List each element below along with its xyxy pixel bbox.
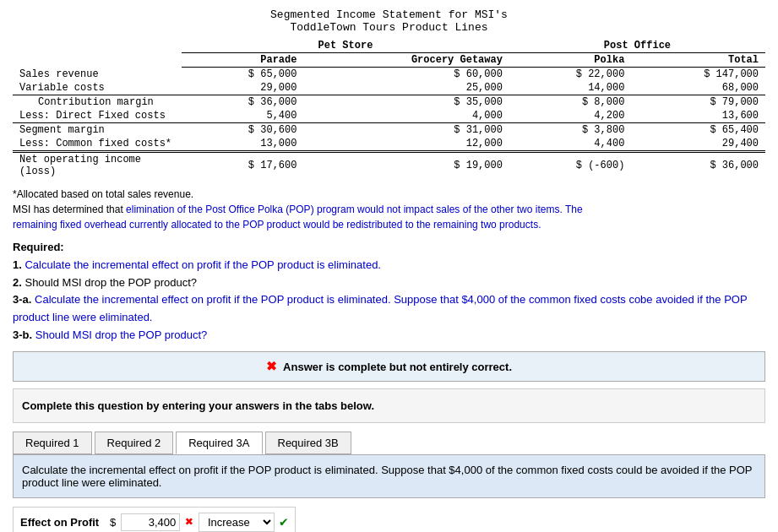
table-row: Sales revenue$ 65,000$ 60,000$ 22,000$ 1… xyxy=(13,68,765,82)
row-value: 13,000 xyxy=(182,137,303,152)
footnote-line2: MSI has determined that elimination of t… xyxy=(13,202,765,217)
answer-banner: ✖ Answer is complete but not entirely co… xyxy=(13,351,765,382)
table-row: Variable costs29,00025,00014,00068,000 xyxy=(13,81,765,95)
req-item-1: 1. Calculate the incremental effect on p… xyxy=(13,257,765,274)
sub-header-blank xyxy=(13,53,182,68)
report-title: Segmented Income Statement for MSI's Tod… xyxy=(13,8,765,34)
pet-store-header: Pet Store xyxy=(182,39,509,53)
req-text-3a: Calculate the incremental effect on prof… xyxy=(31,293,640,306)
complete-message-text: Complete this question by entering your … xyxy=(22,399,374,412)
req-item-3a: 3-a. Calculate the incremental effect on… xyxy=(13,291,765,327)
row-value: 4,200 xyxy=(509,109,631,123)
sub-header-total: Total xyxy=(631,53,765,68)
row-value: $ 36,000 xyxy=(631,152,765,179)
row-value: $ 60,000 xyxy=(303,68,509,82)
table-row: Contribution margin$ 36,000$ 35,000$ 8,0… xyxy=(13,95,765,110)
table-row: Less: Common fixed costs*13,00012,0004,4… xyxy=(13,137,765,152)
tabs-container: Required 1 Required 2 Required 3A Requir… xyxy=(13,432,765,454)
row-value: $ 22,000 xyxy=(509,68,631,82)
label-header xyxy=(13,39,182,53)
sub-header-polka: Polka xyxy=(509,53,631,68)
req-num-1: 1. xyxy=(13,258,22,271)
sub-header-parade: Parade xyxy=(182,53,303,68)
row-label: Less: Common fixed costs* xyxy=(13,137,182,152)
row-value: $ 3,800 xyxy=(509,123,631,138)
footnote-line2-blue: elimination of the Post Office Polka (PO… xyxy=(126,204,582,215)
title-line2: ToddleTown Tours Product Lines xyxy=(13,21,765,34)
row-value: $ 65,400 xyxy=(631,123,765,138)
row-value: 29,400 xyxy=(631,137,765,152)
effect-dollar-sign: $ xyxy=(110,516,116,529)
row-label: Contribution margin xyxy=(13,95,182,110)
row-value: $ 147,000 xyxy=(631,68,765,82)
req-item-3b: 3-b. Should MSI drop the POP product? xyxy=(13,327,765,345)
row-label: Less: Direct Fixed costs xyxy=(13,109,182,123)
tab-content-area: Calculate the incremental effect on prof… xyxy=(13,454,765,498)
req-num-3b: 3-b. xyxy=(13,328,32,341)
row-value: 12,000 xyxy=(303,137,509,152)
row-value: $ 79,000 xyxy=(631,95,765,110)
row-value: 29,000 xyxy=(182,81,303,95)
row-value: 4,000 xyxy=(303,109,509,123)
effect-on-profit-row: Effect on Profit $ ✖ Increase Decrease ✔ xyxy=(13,507,296,532)
req-text-3b: Should MSI drop the POP product? xyxy=(32,328,207,341)
effect-on-profit-label: Effect on Profit xyxy=(20,516,105,529)
req-text-2: Should MSI drop the POP product? xyxy=(22,276,197,289)
row-value: $ 35,000 xyxy=(303,95,509,110)
req-text-1: Calculate the incremental effect on prof… xyxy=(22,258,381,271)
required-title: Required: xyxy=(13,241,64,253)
req-item-2: 2. Should MSI drop the POP product? xyxy=(13,274,765,292)
row-label: Segment margin xyxy=(13,123,182,138)
tab-required-3a[interactable]: Required 3A xyxy=(176,432,262,454)
effect-value-input[interactable] xyxy=(121,513,180,531)
answer-banner-icon: ✖ xyxy=(266,359,277,373)
row-value: $ 17,600 xyxy=(182,152,303,179)
post-office-header: Post Office xyxy=(509,39,765,53)
row-value: $ 30,600 xyxy=(182,123,303,138)
complete-message: Complete this question by entering your … xyxy=(13,388,765,423)
income-statement-table: Pet Store Post Office Parade Grocery Get… xyxy=(13,39,765,178)
tab-required-1[interactable]: Required 1 xyxy=(13,432,92,454)
footnote-line1: *Allocated based on total sales revenue. xyxy=(13,187,765,202)
row-value: 13,600 xyxy=(631,109,765,123)
row-value: $ (-600) xyxy=(509,152,631,179)
effect-error-icon[interactable]: ✖ xyxy=(185,513,193,530)
footnote-line3: remaining fixed overhead currently alloc… xyxy=(13,217,765,232)
table-row: Net operating income (loss)$ 17,600$ 19,… xyxy=(13,152,765,179)
tab-required-3b[interactable]: Required 3B xyxy=(265,432,351,454)
tab-required-2[interactable]: Required 2 xyxy=(95,432,174,454)
req-num-2: 2. xyxy=(13,276,22,289)
row-value: 25,000 xyxy=(303,81,509,95)
table-row: Less: Direct Fixed costs5,4004,0004,2001… xyxy=(13,109,765,123)
table-row: Segment margin$ 30,600$ 31,000$ 3,800$ 6… xyxy=(13,123,765,138)
row-value: 68,000 xyxy=(631,81,765,95)
footnotes: *Allocated based on total sales revenue.… xyxy=(13,187,765,232)
row-value: 5,400 xyxy=(182,109,303,123)
effect-direction-select[interactable]: Increase Decrease xyxy=(199,513,275,532)
sub-header-grocery: Grocery Getaway xyxy=(303,53,509,68)
answer-banner-text: Answer is complete but not entirely corr… xyxy=(283,361,512,373)
row-value: $ 19,000 xyxy=(303,152,509,179)
row-label: Sales revenue xyxy=(13,68,182,82)
footnote-line2-prefix: MSI has determined that xyxy=(13,204,126,215)
row-value: $ 8,000 xyxy=(509,95,631,110)
effect-check-icon: ✔ xyxy=(280,513,288,530)
row-value: $ 36,000 xyxy=(182,95,303,110)
row-value: $ 65,000 xyxy=(182,68,303,82)
row-label: Net operating income (loss) xyxy=(13,152,182,179)
tab-content-description: Calculate the incremental effect on prof… xyxy=(22,464,756,489)
title-line1: Segmented Income Statement for MSI's xyxy=(13,8,765,21)
row-label: Variable costs xyxy=(13,81,182,95)
row-value: 4,400 xyxy=(509,137,631,152)
row-value: $ 31,000 xyxy=(303,123,509,138)
required-section: Required: 1. Calculate the incremental e… xyxy=(13,239,765,345)
row-value: 14,000 xyxy=(509,81,631,95)
req-num-3a: 3-a. xyxy=(13,293,31,306)
